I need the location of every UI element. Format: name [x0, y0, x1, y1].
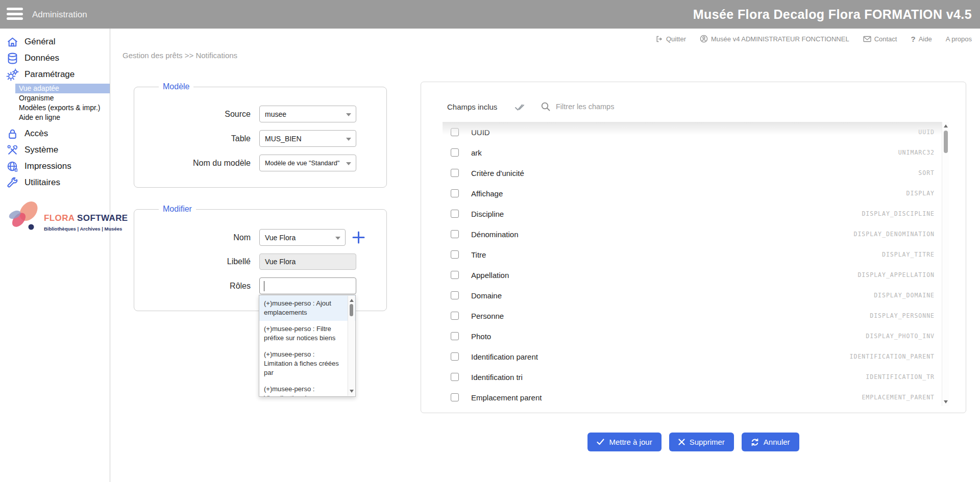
submenu-item-vue-adaptee[interactable]: Vue adaptée — [15, 84, 110, 93]
scrollbar-thumb[interactable] — [944, 131, 948, 153]
roles-option[interactable]: (+)musee-perso : Visualisation des — [259, 381, 355, 397]
model-name-value: Modèle de vue "Standard" — [265, 160, 339, 167]
field-row[interactable]: Identification parent IDENTIFICATION_PAR… — [443, 346, 949, 367]
field-code: UUID — [918, 129, 935, 136]
help-link[interactable]: ? Aide — [911, 35, 932, 43]
field-row[interactable]: Affichage DISPLAY — [443, 183, 949, 204]
sidebar-item-parametrage[interactable]: Paramétrage — [0, 66, 110, 83]
field-label: Identification parent — [471, 352, 538, 361]
logout-icon — [655, 35, 663, 43]
chevron-down-icon — [346, 113, 351, 116]
sidebar-item-donnees[interactable]: Données — [0, 50, 110, 66]
scroll-down-icon[interactable] — [944, 400, 948, 403]
field-row[interactable]: Identification tri IDENTIFICATION_TR — [443, 367, 949, 387]
field-code: EMPLACEMENT_PARENT — [862, 394, 935, 401]
checkbox[interactable] — [451, 250, 459, 259]
cancel-button[interactable]: Annuler — [742, 433, 799, 451]
field-code: DISPLAY_PHOTO_INV — [866, 333, 935, 340]
sidebar-nav: Général Données Paramétrage Vue adaptée … — [0, 29, 110, 482]
table-select[interactable]: MUS_BIEN — [259, 130, 356, 147]
model-panel-legend: Modèle — [159, 82, 193, 91]
nom-select[interactable]: Vue Flora — [259, 229, 346, 246]
check-all-icon[interactable] — [514, 102, 525, 113]
scrollbar-thumb[interactable] — [350, 304, 353, 316]
scroll-up-icon[interactable] — [944, 124, 948, 128]
roles-input[interactable] — [259, 277, 356, 294]
sidebar-item-utilitaires[interactable]: Utilitaires — [0, 174, 110, 191]
field-row[interactable]: Dénomination DISPLAY_DENOMINATION — [443, 224, 949, 244]
checkbox[interactable] — [451, 291, 459, 299]
checkbox[interactable] — [451, 189, 459, 197]
source-select[interactable]: musee — [259, 106, 356, 122]
sidebar-item-general[interactable]: Général — [0, 34, 110, 50]
roles-option[interactable]: (+)musee-perso : Ajout emplacements — [259, 295, 355, 321]
checkbox[interactable] — [451, 373, 459, 381]
logo-wordmark: FLORA SOFTWARE — [44, 213, 128, 223]
chevron-down-icon — [335, 237, 340, 240]
user-label: Musée v4 ADMINISTRATEUR FONCTIONNEL — [711, 35, 849, 43]
update-button[interactable]: Mettre à jour — [587, 433, 661, 451]
submenu-item-modeles[interactable]: Modèles (exports & impr.) — [0, 103, 110, 113]
field-row[interactable]: Titre DISPLAY_TITRE — [443, 244, 949, 265]
field-row[interactable]: Critère d'unicité SORT — [443, 163, 949, 183]
globe-icon — [6, 160, 19, 173]
field-code: UNIMARC32 — [898, 149, 935, 156]
roles-option[interactable]: (+)musee-perso : Limitation à fiches cré… — [259, 346, 355, 381]
checkbox[interactable] — [451, 271, 459, 279]
field-label: Domaine — [471, 291, 502, 300]
roles-dropdown-scrollbar[interactable] — [348, 296, 355, 396]
help-label: Aide — [919, 35, 932, 43]
checkbox[interactable] — [451, 230, 459, 238]
field-row[interactable]: Discipline DISPLAY_DISCIPLINE — [443, 204, 949, 224]
scroll-up-icon[interactable] — [350, 299, 354, 302]
checkbox[interactable] — [451, 169, 459, 177]
sidebar-label-parametrage: Paramétrage — [24, 69, 75, 80]
field-label: Titre — [471, 250, 486, 259]
sidebar-label-general: Général — [24, 37, 55, 47]
field-label: Critère d'unicité — [471, 169, 524, 177]
checkbox[interactable] — [451, 148, 459, 157]
submenu-item-aide-en-ligne[interactable]: Aide en ligne — [0, 113, 110, 122]
checkbox[interactable] — [451, 128, 459, 136]
sidebar-label-donnees: Données — [24, 53, 59, 63]
chevron-down-icon — [346, 138, 351, 141]
checkbox[interactable] — [451, 393, 459, 401]
field-row[interactable]: ark UNIMARC32 — [443, 142, 949, 163]
field-label: Discipline — [471, 210, 504, 218]
checkbox[interactable] — [451, 352, 459, 361]
libelle-label: Libellé — [134, 257, 251, 266]
fields-list-scrollbar[interactable] — [942, 122, 949, 406]
filter-fields-input[interactable] — [556, 100, 724, 113]
sidebar-item-systeme[interactable]: Système — [0, 142, 110, 158]
field-label: Identification tri — [471, 373, 523, 382]
delete-button[interactable]: Supprimer — [669, 433, 734, 451]
model-panel: Modèle Source musee Table MUS_BIEN Nom d… — [134, 87, 387, 188]
contact-link[interactable]: Contact — [863, 35, 897, 43]
checkbox[interactable] — [451, 332, 459, 340]
quit-link[interactable]: Quitter — [655, 35, 686, 43]
field-row[interactable]: Personne DISPLAY_PERSONNE — [443, 306, 949, 326]
add-view-button[interactable] — [352, 231, 365, 244]
sidebar-item-acces[interactable]: Accès — [0, 125, 110, 142]
field-row[interactable]: Emplacement parent EMPLACEMENT_PARENT — [443, 387, 949, 405]
field-row[interactable]: Photo DISPLAY_PHOTO_INV — [443, 326, 949, 346]
home-icon — [6, 36, 19, 48]
about-link[interactable]: A propos — [946, 35, 972, 43]
submenu-item-organisme[interactable]: Organisme — [0, 93, 110, 103]
checkbox[interactable] — [451, 210, 459, 218]
field-code: IDENTIFICATION_TR — [866, 373, 935, 380]
model-name-select[interactable]: Modèle de vue "Standard" — [259, 155, 356, 171]
field-row[interactable]: Domaine DISPLAY_DOMAINE — [443, 285, 949, 306]
libelle-input[interactable]: Vue Flora — [259, 253, 356, 270]
scroll-down-icon[interactable] — [350, 390, 354, 393]
field-row[interactable]: Appellation DISPLAY_APPELLATION — [443, 265, 949, 285]
nom-value: Vue Flora — [265, 234, 296, 242]
checkbox[interactable] — [451, 312, 459, 320]
field-row[interactable]: UUID UUID — [443, 122, 949, 142]
sidebar-item-impressions[interactable]: Impressions — [0, 158, 110, 174]
user-account-link[interactable]: Musée v4 ADMINISTRATEUR FONCTIONNEL — [700, 35, 849, 43]
field-label: Photo — [471, 332, 491, 341]
hamburger-menu-icon[interactable] — [7, 8, 24, 21]
roles-option[interactable]: (+)musee-perso : Filtre préfixe sur noti… — [259, 321, 355, 346]
sidebar-label-systeme: Système — [24, 145, 58, 155]
